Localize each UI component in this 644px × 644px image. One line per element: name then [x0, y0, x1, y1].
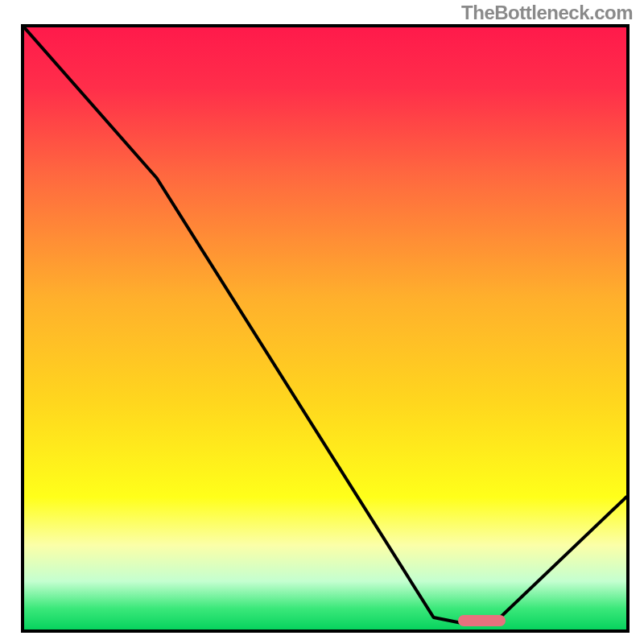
bottleneck-curve [24, 27, 626, 630]
curve-path [24, 27, 626, 624]
plot-area [21, 24, 630, 633]
optimal-marker [458, 615, 506, 626]
watermark-text: TheBottleneck.com [461, 2, 633, 24]
